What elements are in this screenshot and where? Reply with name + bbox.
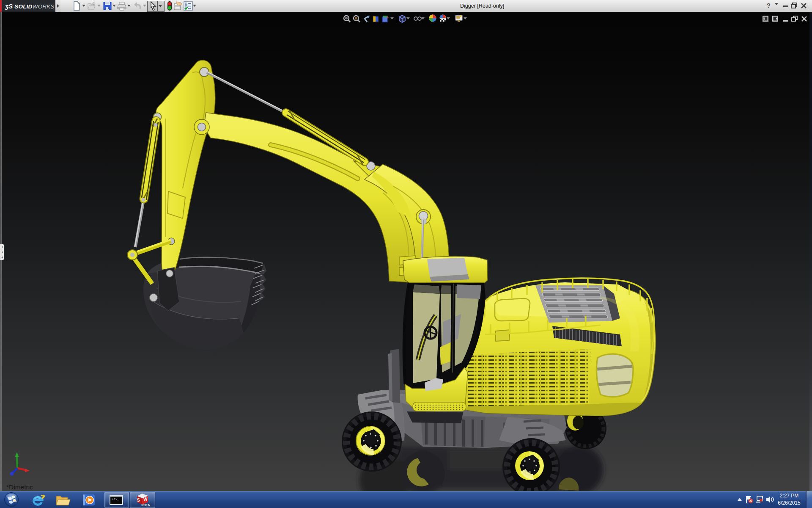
svg-text:W: W <box>143 497 148 502</box>
svg-text:S: S <box>137 498 140 502</box>
svg-text:2015: 2015 <box>141 502 151 507</box>
svg-text:C:\_: C:\_ <box>112 497 119 501</box>
